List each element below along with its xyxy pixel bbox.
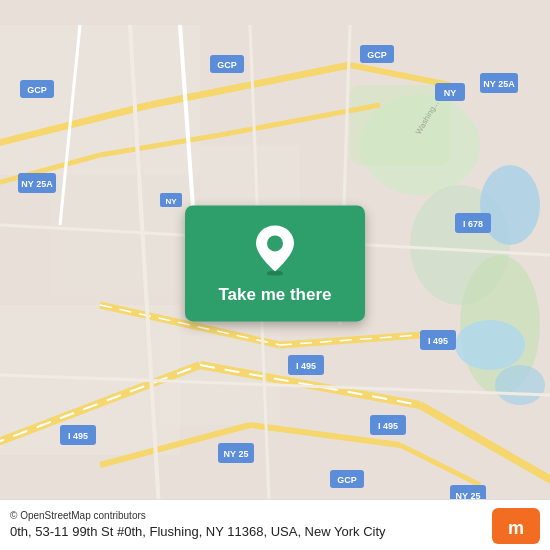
bottom-bar-left: © OpenStreetMap contributors 0th, 53-11 … [10,510,482,541]
bottom-bar: © OpenStreetMap contributors 0th, 53-11 … [0,499,550,550]
svg-text:GCP: GCP [337,475,357,485]
svg-point-6 [455,320,525,370]
svg-point-7 [495,365,545,405]
address-text: 0th, 53-11 99th St #0th, Flushing, NY 11… [10,523,482,541]
svg-text:I 495: I 495 [68,431,88,441]
location-pin-icon [253,223,297,275]
moovit-logo: m [492,508,540,544]
take-me-there-button[interactable]: Take me there [218,285,331,305]
svg-text:NY 25A: NY 25A [483,79,515,89]
svg-point-5 [480,165,540,245]
svg-text:GCP: GCP [367,50,387,60]
svg-text:GCP: GCP [27,85,47,95]
attribution-text: © OpenStreetMap contributors [10,510,146,521]
svg-text:NY 25: NY 25 [224,449,249,459]
map-attribution: © OpenStreetMap contributors [10,510,482,521]
svg-text:NY: NY [165,197,177,206]
svg-text:I 495: I 495 [428,336,448,346]
svg-text:I 495: I 495 [378,421,398,431]
map-container: GCP GCP GCP NY 25A NY NY 25A I 678 I 495… [0,0,550,550]
moovit-logo-svg: m [492,508,540,544]
svg-text:m: m [508,518,524,538]
svg-text:NY: NY [444,88,457,98]
svg-text:GCP: GCP [217,60,237,70]
svg-text:I 495: I 495 [296,361,316,371]
take-me-there-card[interactable]: Take me there [185,205,365,321]
svg-text:I 678: I 678 [463,219,483,229]
svg-text:NY 25A: NY 25A [21,179,53,189]
svg-point-70 [267,235,283,251]
